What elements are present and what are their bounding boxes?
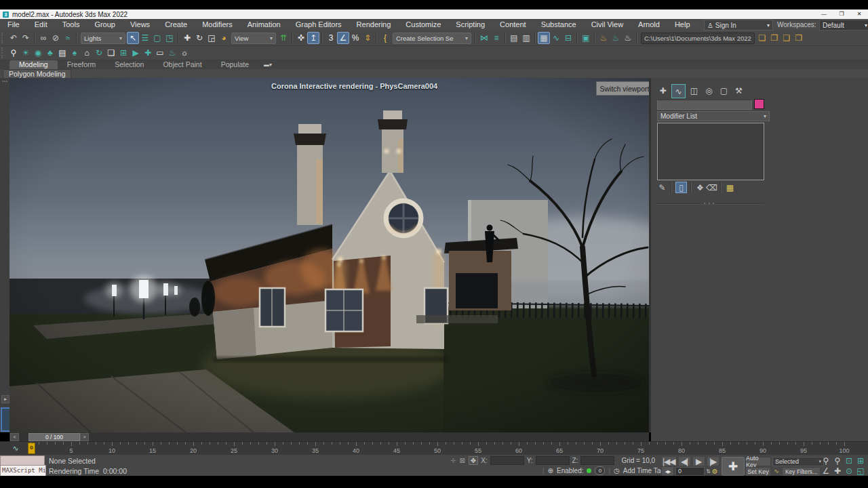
time-slider-handle[interactable]: 0 / 100 (28, 433, 80, 441)
snaps-toggle-button[interactable]: 3 (325, 32, 337, 44)
absolute-mode-toggle-icon[interactable]: ✥ (469, 456, 478, 465)
window-crossing-toggle-button[interactable]: ◳ (163, 32, 176, 44)
modifier-list-dropdown[interactable]: Modifier List ▾ (657, 111, 770, 121)
rendered-frame-window-button[interactable]: ♨ (610, 32, 622, 44)
render-setup-button[interactable]: ♨ (597, 32, 610, 44)
keyboard-shortcut-override-button[interactable]: ↥ (307, 32, 319, 44)
create-sun-button[interactable]: ☀ (20, 47, 32, 59)
configure-modifier-sets-button[interactable]: ▦ (725, 182, 735, 192)
select-object-button[interactable]: ↖ (127, 32, 139, 44)
unlink-selection-button[interactable]: ⊘ (50, 32, 62, 44)
angle-snap-toggle-button[interactable]: ∠ (337, 32, 349, 44)
switch-viewport-button[interactable]: Switch viewport (596, 81, 649, 96)
tab-object-paint[interactable]: Object Paint (153, 60, 211, 69)
tab-populate[interactable]: Populate (212, 60, 258, 69)
render-production-button[interactable]: ♨ (622, 32, 634, 44)
corona-scatter-button[interactable]: ♣ (44, 47, 56, 59)
object-name-field[interactable] (657, 100, 752, 110)
create-light-button[interactable]: ⚲ (7, 47, 20, 59)
undo-button[interactable]: ↶ (7, 32, 20, 44)
modify-tab-button[interactable]: ∿ (671, 84, 686, 98)
reference-coordinate-system-dropdown[interactable]: View▾ (231, 33, 276, 44)
isolate-selection-button[interactable]: 0 (595, 466, 605, 475)
motion-tab-button[interactable]: ◎ (703, 84, 715, 97)
menu-civil-view[interactable]: Civil View (584, 19, 631, 30)
corona-converter-button[interactable]: ↻ (93, 47, 105, 59)
default-tangent-icon[interactable]: ∿ (772, 467, 781, 475)
pin-stack-button[interactable]: ✎ (657, 182, 667, 192)
transform-gizmo-toggle-icon[interactable]: ✛ (450, 457, 456, 464)
corona-light-lister-button[interactable]: ☼ (178, 47, 191, 59)
select-and-rotate-button[interactable]: ↻ (193, 32, 205, 44)
maxscript-mini-listener[interactable]: MAXScript Mi (0, 465, 46, 476)
toggle-scene-explorer-button[interactable]: ▤ (508, 32, 520, 44)
field-of-view-button[interactable]: ∠ (821, 466, 831, 475)
go-to-start-button[interactable]: |◀◀ (661, 456, 677, 466)
zoom-extents-button[interactable]: ⊡ (844, 456, 854, 465)
workspaces-dropdown[interactable]: Default ▾ (819, 20, 868, 30)
utilities-tab-button[interactable]: ⚒ (732, 84, 745, 97)
select-and-place-button[interactable]: ◕ (218, 32, 230, 44)
set-keys-button[interactable]: ✚ (722, 457, 745, 476)
orbit-button[interactable]: ⊙ (844, 466, 854, 475)
menu-scripting[interactable]: Scripting (448, 19, 492, 30)
select-and-scale-button[interactable]: ◲ (205, 32, 218, 44)
project-folder-open-button[interactable]: ❐ (768, 32, 781, 44)
menu-create[interactable]: Create (157, 19, 195, 30)
select-and-link-button[interactable]: ∞ (37, 32, 50, 44)
menu-modifiers[interactable]: Modifiers (195, 19, 240, 30)
bind-to-space-warp-button[interactable]: ≈ (62, 32, 74, 44)
zoom-all-button[interactable]: ⚲ (833, 456, 842, 465)
set-key-button[interactable]: Set Key (745, 467, 771, 476)
menu-edit[interactable]: Edit (27, 19, 55, 30)
select-and-move-button[interactable]: ✚ (181, 32, 193, 44)
y-coordinate-field[interactable] (536, 456, 570, 465)
globe-icon[interactable]: ⊕ (548, 467, 553, 474)
auto-key-button[interactable]: Auto Key (745, 457, 771, 466)
strip-grip[interactable] (2, 81, 7, 84)
corona-layers-button[interactable]: ❏ (105, 47, 117, 59)
tab-modeling[interactable]: Modeling (9, 60, 58, 69)
selection-lock-toggle-icon[interactable]: ⊠ (459, 457, 465, 464)
menu-substance[interactable]: Substance (534, 19, 584, 30)
toolbar-grip[interactable] (1, 47, 6, 58)
menu-views[interactable]: Views (123, 19, 157, 30)
z-coordinate-field[interactable] (580, 456, 614, 465)
corona-camera-add-button[interactable]: ✚ (142, 47, 154, 59)
show-end-result-button[interactable]: ▯ (675, 182, 687, 193)
current-frame-marker[interactable]: 0 (28, 443, 35, 454)
time-configuration-button[interactable]: ⚙ (712, 468, 718, 475)
schematic-view-button[interactable]: ⊟ (562, 32, 574, 44)
frame-spinner[interactable]: ⇅ (706, 468, 711, 474)
menu-group[interactable]: Group (87, 19, 123, 30)
align-button[interactable]: ≡ (490, 32, 502, 44)
track-bar[interactable]: ∿ 51015202530354045505560657075808590951… (0, 441, 868, 456)
corona-render-button[interactable]: ♨ (166, 47, 178, 59)
selection-filter-dropdown[interactable]: Lights▾ (81, 33, 125, 44)
corona-decal-button[interactable]: ⌂ (81, 47, 93, 59)
menu-rendering[interactable]: Rendering (349, 19, 399, 30)
menu-graph-editors[interactable]: Graph Editors (288, 19, 349, 30)
pan-view-button[interactable]: ✚ (833, 466, 842, 475)
toggle-ribbon-button[interactable]: ▦ (538, 32, 550, 44)
zoom-button[interactable]: ⚲ (821, 456, 831, 465)
hierarchy-tab-button[interactable]: ◫ (688, 84, 701, 97)
previous-frame-button[interactable]: ◀| (678, 456, 691, 466)
x-coordinate-field[interactable] (490, 456, 524, 465)
make-unique-button[interactable]: ❖ (695, 182, 705, 192)
menu-animation[interactable]: Animation (240, 19, 288, 30)
corona-region-render-button[interactable]: ▭ (154, 47, 166, 59)
corona-image-editor-button[interactable]: ⊞ (117, 47, 130, 59)
spinner-snap-toggle-button[interactable]: ⇕ (361, 32, 374, 44)
project-folder-settings-button[interactable]: ❏ (756, 32, 768, 44)
material-library-button[interactable]: ▤ (56, 47, 68, 59)
project-folder-path-field[interactable]: C:\Users\1\Documents\3ds Max 2022▾ (641, 33, 755, 44)
toolbar-grip[interactable] (1, 33, 6, 43)
display-tab-button[interactable]: ▢ (717, 84, 730, 97)
create-camera-button[interactable]: ◉ (32, 47, 44, 59)
menu-tools[interactable]: Tools (55, 19, 87, 30)
redo-button[interactable]: ↷ (20, 32, 32, 44)
use-pivot-point-center-button[interactable]: ⇈ (277, 32, 290, 44)
next-frame-arrow[interactable]: > (80, 433, 89, 441)
add-time-tag-label[interactable]: Add Time Tag (623, 467, 665, 474)
